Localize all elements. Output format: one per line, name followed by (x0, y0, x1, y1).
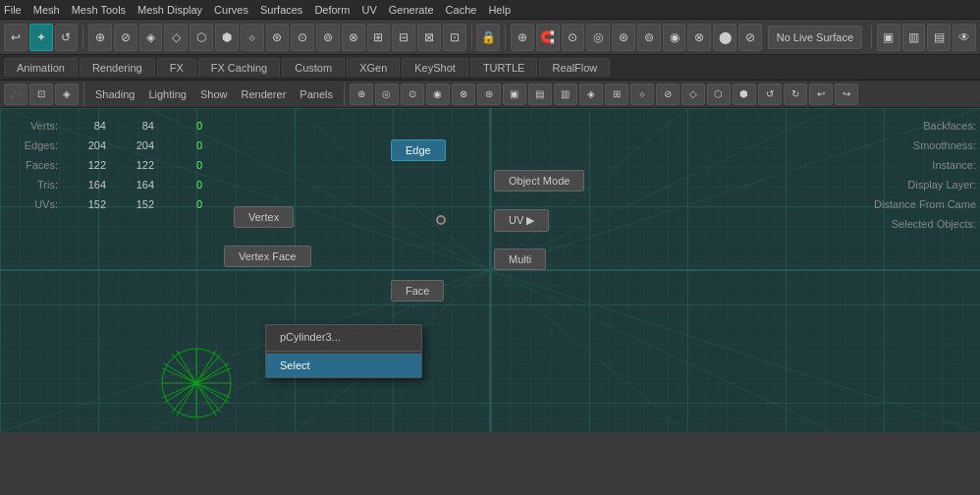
menu-uv[interactable]: UV (361, 4, 376, 16)
tab-animation[interactable]: Animation (4, 58, 78, 77)
panels-label[interactable]: Panels (294, 88, 339, 100)
tab-custom[interactable]: Custom (282, 58, 345, 77)
tool4[interactable]: ⊘ (114, 24, 137, 51)
lighting-label[interactable]: Lighting (142, 88, 192, 100)
vp-tool8[interactable]: ▤ (528, 83, 552, 105)
tool3[interactable]: ⊕ (88, 24, 112, 51)
menu-file[interactable]: File (4, 4, 22, 16)
tool5[interactable]: ◈ (139, 24, 163, 51)
tool21[interactable]: ⊙ (562, 24, 585, 51)
menu-mesh-tools[interactable]: Mesh Tools (72, 4, 126, 16)
separator-3 (505, 26, 506, 49)
view-btn[interactable]: ◈ (55, 83, 79, 105)
show-label[interactable]: Show (194, 88, 234, 100)
live-surface-btn[interactable]: No Live Surface (768, 26, 862, 49)
context-menu-select[interactable]: Select (266, 354, 421, 377)
vp-tool10[interactable]: ◈ (579, 83, 603, 105)
menu-help[interactable]: Help (488, 4, 511, 16)
tool13[interactable]: ⊗ (342, 24, 365, 51)
tool10[interactable]: ⊛ (266, 24, 290, 51)
tab-keyshot[interactable]: KeyShot (402, 58, 468, 77)
vp-tool18[interactable]: ↻ (784, 83, 807, 105)
tool12[interactable]: ⊚ (316, 24, 340, 51)
tool11[interactable]: ⊙ (291, 24, 314, 51)
tool27[interactable]: ⬤ (713, 24, 736, 51)
stat-distance: Distance From Came (874, 194, 976, 214)
vp-tool19[interactable]: ↩ (809, 83, 833, 105)
tool16[interactable]: ⊠ (417, 24, 441, 51)
context-menu-pcylinder[interactable]: pCylinder3... (266, 325, 421, 349)
face-button[interactable]: Face (391, 280, 444, 302)
shading-label[interactable]: Shading (89, 88, 140, 100)
tool6[interactable]: ◇ (164, 24, 188, 51)
stat-row-uvs: UVs: 152 152 0 (4, 194, 202, 214)
menu-surfaces[interactable]: Surfaces (260, 4, 302, 16)
camera-btn[interactable]: 🎥 (4, 83, 27, 105)
tool9[interactable]: ⟐ (241, 24, 264, 51)
move-tool-btn[interactable]: ✦ (29, 24, 53, 51)
vp-tool17[interactable]: ↺ (758, 83, 782, 105)
tool24[interactable]: ⊚ (637, 24, 661, 51)
tab-fx[interactable]: FX (157, 58, 196, 77)
vp-tool11[interactable]: ⊞ (605, 83, 628, 105)
rotate-tool-btn[interactable]: ↺ (55, 24, 79, 51)
menu-mesh[interactable]: Mesh (33, 4, 60, 16)
multi-button[interactable]: Multi (494, 248, 546, 270)
vp-tool3[interactable]: ⊙ (401, 83, 424, 105)
vp-tool9[interactable]: ▥ (554, 83, 577, 105)
tab-xgen[interactable]: XGen (347, 58, 400, 77)
tab-fx-caching[interactable]: FX Caching (198, 58, 280, 77)
toolbar-row-1: ↩ ✦ ↺ ⊕ ⊘ ◈ ◇ ⬡ ⬢ ⟐ ⊛ ⊙ ⊚ ⊗ ⊞ ⊟ ⊠ ⊡ 🔒 ⊕ … (0, 20, 980, 55)
edge-button[interactable]: Edge (391, 139, 446, 161)
separator-2 (471, 26, 472, 49)
magnet-btn[interactable]: 🧲 (536, 24, 560, 51)
menu-curves[interactable]: Curves (214, 4, 248, 16)
menu-cache[interactable]: Cache (446, 4, 477, 16)
persp-btn[interactable]: ⊡ (29, 83, 53, 105)
vp-tool5[interactable]: ⊗ (452, 83, 475, 105)
object-mode-button[interactable]: Object Mode (494, 170, 584, 192)
tool31[interactable]: ▥ (902, 24, 926, 51)
vp-tool13[interactable]: ⊘ (656, 83, 680, 105)
vertex-face-button[interactable]: Vertex Face (224, 246, 311, 267)
tool23[interactable]: ⊛ (612, 24, 635, 51)
menu-generate[interactable]: Generate (389, 4, 434, 16)
tab-realflow[interactable]: RealFlow (539, 58, 610, 77)
vp-tool15[interactable]: ⬡ (707, 83, 731, 105)
select-tool-btn[interactable]: ↩ (4, 24, 27, 51)
renderer-label[interactable]: Renderer (235, 88, 292, 100)
tool7[interactable]: ⬡ (190, 24, 213, 51)
vp-tool1[interactable]: ⊕ (350, 83, 373, 105)
tool8[interactable]: ⬢ (215, 24, 239, 51)
vp-tool16[interactable]: ⬢ (733, 83, 756, 105)
uv-button[interactable]: UV ▶ (494, 209, 549, 232)
menu-mesh-display[interactable]: Mesh Display (137, 4, 202, 16)
tool30[interactable]: ▣ (877, 24, 900, 51)
stat-row-edges: Edges: 204 204 0 (4, 136, 202, 155)
vertex-button[interactable]: Vertex (234, 206, 294, 228)
vp-tool7[interactable]: ▣ (503, 83, 526, 105)
tool22[interactable]: ◎ (586, 24, 610, 51)
viewport[interactable]: Verts: 84 84 0 Edges: 204 204 0 Faces: 1… (0, 108, 980, 432)
tool18[interactable]: 🔒 (476, 24, 500, 51)
sep-v2 (344, 82, 345, 106)
vp-tool4[interactable]: ◉ (426, 83, 450, 105)
menu-deform[interactable]: Deform (314, 4, 350, 16)
tool25[interactable]: ◉ (663, 24, 686, 51)
tool15[interactable]: ⊟ (392, 24, 415, 51)
vp-tool14[interactable]: ◇ (681, 83, 705, 105)
tool26[interactable]: ⊗ (687, 24, 711, 51)
stat-row-tris: Tris: 164 164 0 (4, 175, 202, 194)
vp-tool2[interactable]: ◎ (375, 83, 399, 105)
tool28[interactable]: ⊘ (738, 24, 762, 51)
tool14[interactable]: ⊞ (367, 24, 391, 51)
vp-tool6[interactable]: ⊛ (477, 83, 501, 105)
vp-tool20[interactable]: ↪ (835, 83, 858, 105)
tool17[interactable]: ⊡ (443, 24, 466, 51)
tool32[interactable]: ▤ (927, 24, 951, 51)
tab-rendering[interactable]: Rendering (80, 58, 155, 77)
snap-btn[interactable]: ⊕ (511, 24, 534, 51)
vp-tool12[interactable]: ⟐ (630, 83, 654, 105)
tab-turtle[interactable]: TURTLE (470, 58, 538, 77)
tool33[interactable]: 👁 (953, 24, 976, 51)
